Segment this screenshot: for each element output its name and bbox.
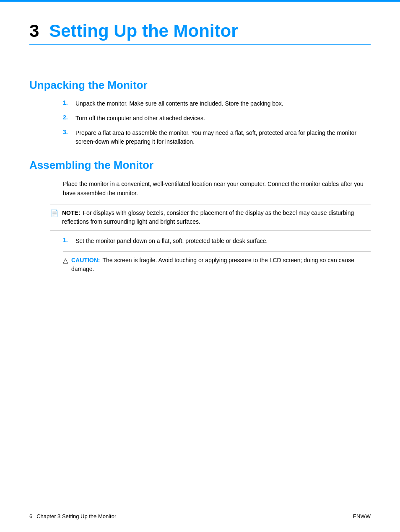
- caution-icon: △: [63, 256, 68, 264]
- footer-left: 6 Chapter 3 Setting Up the Monitor: [29, 513, 116, 519]
- footer-page-number: 6: [29, 513, 32, 519]
- note-icon: 📄: [50, 209, 59, 217]
- assembling-intro: Place the monitor in a convenient, well-…: [63, 179, 371, 198]
- list-number: 3.: [63, 129, 75, 135]
- note-box: 📄 NOTE:For displays with glossy bezels, …: [50, 204, 371, 231]
- top-border-accent: [0, 0, 400, 2]
- chapter-number: 3: [29, 21, 39, 41]
- caution-body: The screen is fragile. Avoid touching or…: [71, 257, 354, 272]
- footer-locale: ENWW: [353, 513, 371, 519]
- list-item: 1. Unpack the monitor. Make sure all con…: [63, 99, 371, 108]
- list-item: 1. Set the monitor panel down on a flat,…: [63, 237, 371, 245]
- caution-label: CAUTION:: [71, 257, 100, 263]
- assembling-list: 1. Set the monitor panel down on a flat,…: [63, 237, 371, 245]
- list-number: 1.: [63, 99, 75, 106]
- list-text: Turn off the computer and other attached…: [75, 114, 205, 123]
- note-text: NOTE:For displays with glossy bezels, co…: [62, 209, 371, 226]
- chapter-title: Setting Up the Monitor: [49, 21, 238, 41]
- section-unpacking-title: Unpacking the Monitor: [29, 79, 371, 92]
- list-text: Set the monitor panel down on a flat, so…: [75, 237, 268, 245]
- note-label: NOTE:: [62, 209, 81, 216]
- unpacking-list: 1. Unpack the monitor. Make sure all con…: [63, 99, 371, 146]
- list-item: 3. Prepare a flat area to assemble the m…: [63, 129, 371, 146]
- list-number: 2.: [63, 114, 75, 121]
- list-text: Prepare a flat area to assemble the moni…: [75, 129, 371, 146]
- list-item: 2. Turn off the computer and other attac…: [63, 114, 371, 123]
- main-content: 3 Setting Up the Monitor Unpacking the M…: [0, 0, 400, 316]
- section-assembling-title: Assembling the Monitor: [29, 159, 371, 172]
- footer: 6 Chapter 3 Setting Up the Monitor ENWW: [29, 513, 371, 519]
- section-unpacking: Unpacking the Monitor 1. Unpack the moni…: [29, 79, 371, 146]
- list-text: Unpack the monitor. Make sure all conten…: [75, 99, 283, 108]
- chapter-header: 3 Setting Up the Monitor: [29, 21, 371, 45]
- footer-chapter-ref: Chapter 3 Setting Up the Monitor: [36, 513, 116, 519]
- list-number: 1.: [63, 237, 75, 243]
- page: 3 Setting Up the Monitor Unpacking the M…: [0, 0, 400, 532]
- note-body: For displays with glossy bezels, conside…: [62, 209, 354, 225]
- caution-box: △ CAUTION:The screen is fragile. Avoid t…: [63, 251, 371, 278]
- caution-text: CAUTION:The screen is fragile. Avoid tou…: [71, 256, 371, 274]
- section-assembling: Assembling the Monitor Place the monitor…: [29, 159, 371, 278]
